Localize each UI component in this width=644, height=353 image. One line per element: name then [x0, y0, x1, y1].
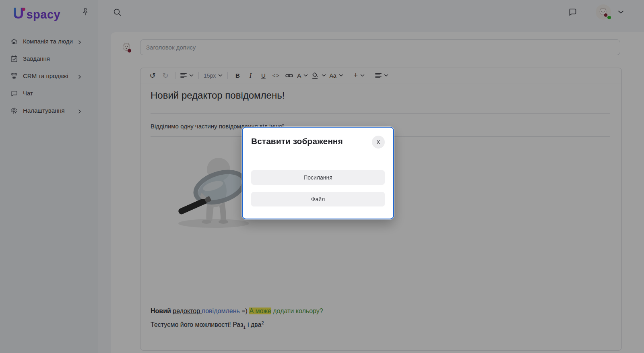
- insert-image-modal: Вставити зображення X Посилання Файл: [242, 127, 394, 219]
- modal-header: Вставити зображення X: [251, 136, 385, 149]
- close-icon: X: [376, 139, 380, 145]
- close-button[interactable]: X: [372, 136, 385, 149]
- modal-title: Вставити зображення: [251, 136, 343, 146]
- insert-file-button[interactable]: Файл: [251, 192, 385, 206]
- modal-divider: [251, 154, 385, 154]
- insert-link-button[interactable]: Посилання: [251, 170, 385, 185]
